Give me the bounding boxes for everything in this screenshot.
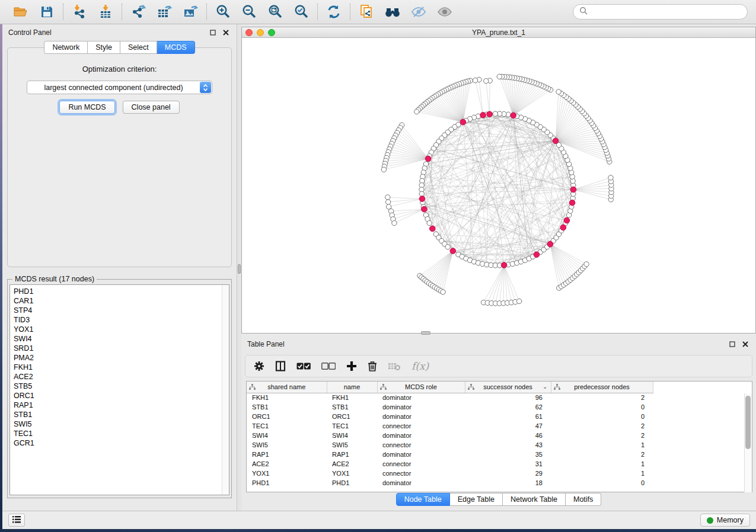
table-cell[interactable]: 1 bbox=[551, 469, 653, 478]
table-cell[interactable]: RAP1 bbox=[247, 450, 327, 459]
network-node[interactable] bbox=[445, 245, 450, 249]
mcds-result-item[interactable]: STB5 bbox=[14, 382, 229, 391]
table-cell[interactable]: 0 bbox=[551, 412, 653, 421]
mcds-result-item[interactable]: RAP1 bbox=[14, 400, 229, 410]
table-scrollbar[interactable] bbox=[744, 393, 752, 492]
tab-node-table[interactable]: Node Table bbox=[396, 493, 450, 506]
export-image-button[interactable] bbox=[180, 2, 200, 21]
mcds-node[interactable] bbox=[419, 196, 425, 202]
table-cell[interactable]: connector bbox=[377, 459, 465, 469]
table-cell[interactable]: YOX1 bbox=[247, 469, 327, 478]
table-cell[interactable]: 18 bbox=[465, 478, 551, 488]
table-options-gear-icon[interactable] bbox=[254, 361, 264, 371]
table-row[interactable]: SWI5SWI5connector431 bbox=[247, 440, 653, 450]
table-cell[interactable]: TEC1 bbox=[327, 421, 377, 431]
table-cell[interactable]: SWI4 bbox=[327, 431, 377, 440]
tab-motifs[interactable]: Motifs bbox=[566, 493, 601, 506]
add-column-icon[interactable] bbox=[346, 361, 357, 371]
import-network-button[interactable] bbox=[69, 2, 90, 21]
show-all-button[interactable] bbox=[435, 2, 455, 21]
mcds-result-list[interactable]: PHD1CAR1STP4TID3YOX1SWI4SRD1PMA2FKH1ACE2… bbox=[9, 284, 229, 495]
zoom-out-button[interactable] bbox=[239, 2, 259, 21]
mcds-node[interactable] bbox=[547, 241, 553, 247]
table-cell[interactable]: 2 bbox=[551, 393, 653, 402]
mcds-result-item[interactable]: FKH1 bbox=[14, 363, 229, 372]
criterion-dropdown[interactable]: largest connected component (undirected) bbox=[27, 81, 212, 94]
column-header-successor-nodes[interactable]: successor nodes⌄ bbox=[465, 382, 551, 393]
mcds-list-scrollbar[interactable] bbox=[222, 285, 229, 495]
mcds-node[interactable] bbox=[553, 138, 559, 144]
table-row[interactable]: STB1STB1dominator620 bbox=[247, 402, 653, 412]
export-network-button[interactable] bbox=[128, 2, 148, 21]
network-leaf-node[interactable] bbox=[441, 290, 445, 294]
mcds-result-item[interactable]: SRD1 bbox=[14, 344, 229, 353]
table-cell[interactable]: dominator bbox=[377, 431, 465, 440]
table-cell[interactable]: dominator bbox=[377, 402, 465, 412]
hide-selected-button[interactable] bbox=[409, 2, 429, 21]
table-cell[interactable]: 2 bbox=[551, 431, 653, 440]
search-binoculars-button[interactable] bbox=[382, 2, 403, 21]
table-row[interactable]: ORC1ORC1dominator610 bbox=[247, 412, 653, 421]
mcds-node[interactable] bbox=[460, 119, 466, 125]
tab-network-table[interactable]: Network Table bbox=[503, 493, 566, 506]
vertical-splitter[interactable] bbox=[237, 24, 241, 511]
delete-column-trash-icon[interactable] bbox=[368, 361, 377, 371]
network-leaf-node[interactable] bbox=[584, 262, 589, 267]
table-cell[interactable]: 46 bbox=[465, 431, 551, 440]
table-cell[interactable]: ACE2 bbox=[327, 459, 377, 469]
splitter-handle[interactable] bbox=[238, 264, 241, 274]
table-cell[interactable]: TEC1 bbox=[247, 421, 327, 431]
network-node[interactable] bbox=[419, 191, 424, 196]
close-icon[interactable] bbox=[221, 28, 231, 37]
close-icon[interactable] bbox=[741, 339, 750, 349]
column-header-MCDS-role[interactable]: MCDS role bbox=[377, 382, 465, 393]
network-leaf-node[interactable] bbox=[556, 89, 561, 94]
export-table-button[interactable] bbox=[154, 2, 174, 21]
table-cell[interactable]: 35 bbox=[465, 450, 551, 459]
mcds-result-item[interactable]: CAR1 bbox=[14, 296, 229, 306]
mcds-node[interactable] bbox=[534, 252, 540, 258]
table-row[interactable]: SWI4SWI4dominator462 bbox=[247, 431, 653, 440]
table-cell[interactable]: connector bbox=[377, 421, 465, 431]
table-cell[interactable]: 43 bbox=[465, 440, 551, 450]
mcds-result-item[interactable]: STP4 bbox=[14, 306, 229, 315]
table-cell[interactable]: YOX1 bbox=[327, 469, 377, 478]
network-leaf-node[interactable] bbox=[473, 78, 477, 82]
table-cell[interactable]: SWI4 bbox=[247, 431, 327, 440]
network-node[interactable] bbox=[427, 220, 432, 225]
float-icon[interactable] bbox=[208, 28, 218, 37]
mcds-node[interactable] bbox=[569, 200, 575, 206]
tab-style[interactable]: Style bbox=[88, 41, 120, 54]
table-row[interactable]: TEC1TEC1connector472 bbox=[247, 421, 653, 431]
network-leaf-node[interactable] bbox=[385, 195, 390, 200]
select-all-checkboxes-icon[interactable] bbox=[296, 363, 311, 370]
tab-select[interactable]: Select bbox=[120, 41, 157, 54]
network-leaf-node[interactable] bbox=[497, 74, 502, 79]
table-cell[interactable]: dominator bbox=[377, 393, 465, 402]
mcds-result-item[interactable]: PHD1 bbox=[14, 287, 229, 296]
mcds-result-item[interactable]: TID3 bbox=[14, 315, 229, 325]
network-leaf-node[interactable] bbox=[484, 78, 489, 83]
mcds-result-item[interactable]: GCR1 bbox=[14, 438, 229, 448]
table-cell[interactable]: dominator bbox=[377, 478, 465, 488]
table-cell[interactable]: connector bbox=[377, 440, 465, 450]
mcds-node[interactable] bbox=[422, 206, 428, 212]
table-cell[interactable]: ORC1 bbox=[247, 412, 327, 421]
table-cell[interactable]: 31 bbox=[465, 459, 551, 469]
mcds-node[interactable] bbox=[564, 217, 570, 223]
table-cell[interactable]: 62 bbox=[465, 402, 551, 412]
network-leaf-node[interactable] bbox=[385, 200, 390, 204]
mcds-result-item[interactable]: TEC1 bbox=[14, 429, 229, 438]
mcds-result-item[interactable]: ACE2 bbox=[14, 372, 229, 382]
table-cell[interactable]: dominator bbox=[377, 412, 465, 421]
tab-edge-table[interactable]: Edge Table bbox=[450, 493, 503, 506]
table-cell[interactable]: 1 bbox=[551, 459, 653, 469]
mcds-result-item[interactable]: SWI4 bbox=[14, 334, 229, 344]
network-leaf-node[interactable] bbox=[608, 175, 613, 180]
node-table[interactable]: shared namenameMCDS rolesuccessor nodes⌄… bbox=[247, 382, 653, 488]
table-row[interactable]: RAP1RAP1dominator352 bbox=[247, 450, 653, 459]
clone-network-button[interactable] bbox=[356, 2, 377, 21]
table-cell[interactable]: 1 bbox=[551, 440, 653, 450]
horizontal-splitter-handle[interactable] bbox=[421, 331, 430, 335]
tab-mcds[interactable]: MCDS bbox=[157, 41, 195, 54]
